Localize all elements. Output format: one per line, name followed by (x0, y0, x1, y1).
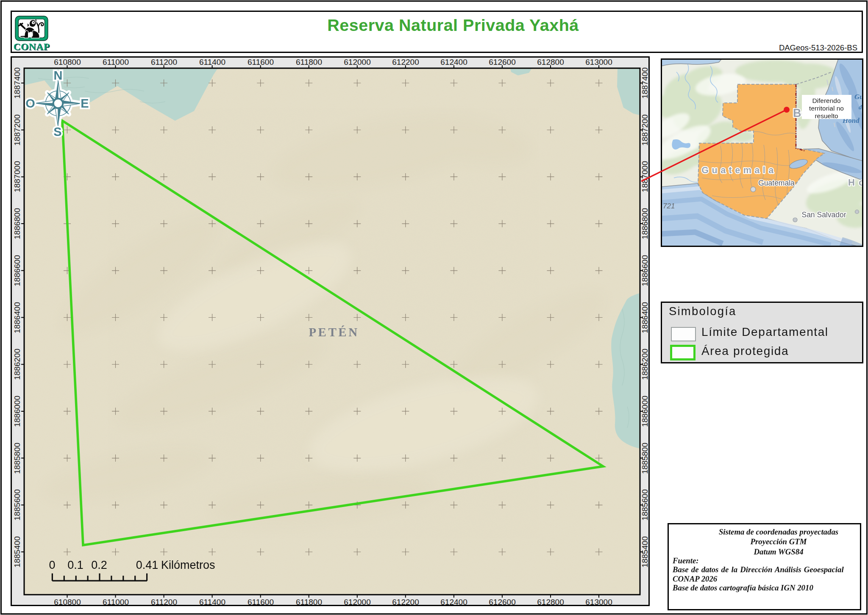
svg-text:CONAP: CONAP (14, 41, 50, 52)
svg-text:E: E (81, 97, 89, 110)
svg-text:Diferendo: Diferendo (812, 97, 840, 104)
svg-text:0.41: 0.41 (136, 559, 159, 571)
svg-text:S: S (53, 125, 61, 139)
svg-text:0.2: 0.2 (91, 559, 107, 571)
svg-text:721: 721 (663, 202, 675, 210)
svg-text:Kilómetros: Kilómetros (161, 559, 215, 571)
svg-text:resuelto: resuelto (815, 112, 838, 119)
svg-text:0.1: 0.1 (67, 559, 83, 571)
svg-text:San Salvador: San Salvador (801, 211, 846, 219)
svg-text:territorial no: territorial no (809, 105, 844, 112)
svg-text:Guatemala: Guatemala (758, 179, 795, 187)
svg-text:N: N (54, 69, 63, 82)
svg-text:Ho: Ho (848, 177, 864, 188)
svg-text:O: O (25, 97, 35, 110)
svg-text:PETÉN: PETÉN (309, 325, 359, 339)
svg-text:d: d (859, 104, 862, 111)
svg-text:0: 0 (49, 559, 55, 571)
svg-text:Guatemala: Guatemala (701, 165, 776, 175)
